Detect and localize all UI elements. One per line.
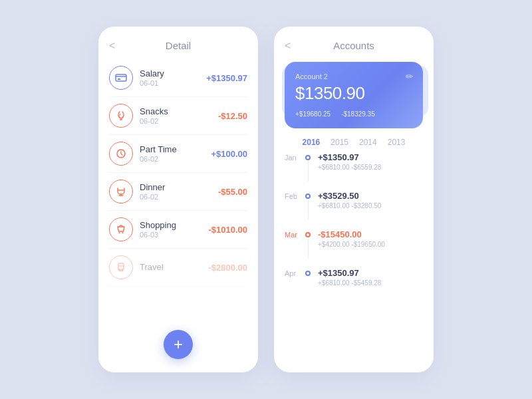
month-content: +$1350.97 +$6810.00 -$5459.28 [313, 268, 423, 287]
month-label: Jan [285, 152, 303, 162]
list-item[interactable]: Jan +$1350.97 +$6810.00 -$6559.28 [285, 152, 423, 182]
list-item[interactable]: Apr +$1350.97 +$6810.00 -$5459.28 [285, 268, 423, 287]
month-sub: +$6810.00 -$3280.50 [318, 202, 423, 209]
app-container: < Detail Salary 06-01 +$1350.97 [98, 27, 434, 372]
tx-date: 06-03 [140, 231, 208, 239]
tx-name: Dinner [140, 182, 218, 192]
timeline-line [308, 239, 309, 259]
timeline-dot [305, 194, 311, 199]
month-main-amount: +$1350.97 [318, 268, 423, 278]
svg-rect-0 [116, 74, 126, 81]
month-content: -$15450.00 +$4200.00 -$19650.00 [313, 229, 423, 248]
year-tab-2014[interactable]: 2014 [359, 138, 377, 147]
timeline-dot-red [305, 232, 311, 237]
year-tabs: 2016 2015 2014 2013 [274, 128, 434, 152]
svg-point-4 [119, 232, 120, 233]
transaction-timeline: Jan +$1350.97 +$6810.00 -$6559.28 Feb [274, 152, 434, 372]
table-row[interactable]: Dinner 06-02 -$55.00 [109, 173, 247, 211]
month-sub: +$6810.00 -$6559.28 [318, 164, 423, 171]
expense-amount: -$18329.35 [341, 110, 375, 118]
back-button[interactable]: < [109, 40, 115, 52]
list-item[interactable]: Feb +$3529.50 +$6810.00 -$3280.50 [285, 191, 423, 220]
table-row[interactable]: Snacks 06-02 -$12.50 [109, 97, 247, 135]
timeline-dot [305, 155, 311, 160]
tx-info: Snacks 06-02 [140, 106, 218, 125]
accounts-panel: < Accounts Account 2 $1350.90 ✏ +$19680.… [274, 27, 434, 372]
month-main-amount-red: -$15450.00 [318, 229, 423, 239]
timeline-dot-col [303, 152, 313, 182]
month-sub: +$4200.00 -$19650.00 [318, 241, 423, 248]
tx-date: 06-01 [140, 79, 206, 87]
fab-container: + [98, 321, 258, 372]
shopping-icon [109, 217, 133, 241]
account-card[interactable]: Account 2 $1350.90 ✏ +$19680.25 -$18329.… [285, 62, 423, 128]
month-main-amount: +$3529.50 [318, 191, 423, 201]
table-row[interactable]: Shopping 06-03 -$1010.00 [109, 211, 247, 249]
detail-title: Detail [166, 40, 191, 51]
tx-amount: -$1010.00 [208, 225, 247, 235]
tx-date: 06-02 [140, 155, 211, 163]
detail-panel: < Detail Salary 06-01 +$1350.97 [98, 27, 258, 372]
list-item[interactable]: Mar -$15450.00 +$4200.00 -$19650.00 [285, 229, 423, 259]
tx-name: Shopping [140, 220, 208, 230]
tx-info: Travel [140, 262, 208, 273]
month-label: Feb [285, 191, 303, 200]
timeline-dot-col [303, 268, 313, 276]
month-sub: +$6810.00 -$5459.28 [318, 279, 423, 287]
timeline-line [308, 200, 309, 220]
tx-name: Part Time [140, 144, 211, 154]
tx-info: Part Time 06-02 [140, 144, 211, 163]
accounts-back-button[interactable]: < [285, 40, 291, 52]
income-stat: +$19680.25 [295, 110, 331, 118]
timeline-dot-col [303, 229, 313, 259]
svg-point-5 [122, 232, 124, 233]
timeline-dot-col [303, 191, 313, 220]
timeline-line [308, 162, 309, 182]
snacks-icon [109, 104, 133, 128]
month-content: +$3529.50 +$6810.00 -$3280.50 [313, 191, 423, 209]
account-name: Account 2 [295, 72, 412, 80]
tx-amount: +$100.00 [211, 149, 247, 159]
table-row[interactable]: Travel -$2800.00 [109, 249, 247, 287]
detail-header: < Detail [98, 27, 258, 59]
tx-date: 06-02 [140, 193, 218, 201]
accounts-header: < Accounts [274, 27, 434, 59]
travel-icon [109, 255, 133, 279]
dinner-icon [109, 180, 133, 203]
add-transaction-button[interactable]: + [164, 330, 193, 359]
month-main-amount: +$1350.97 [318, 152, 423, 162]
transaction-list: Salary 06-01 +$1350.97 Snacks 06-02 -$1 [98, 59, 258, 321]
tx-amount: -$2800.00 [208, 263, 247, 273]
expense-stat: -$18329.35 [341, 110, 375, 118]
account-card-wrapper: Account 2 $1350.90 ✏ +$19680.25 -$18329.… [274, 59, 434, 128]
table-row[interactable]: Salary 06-01 +$1350.97 [109, 59, 247, 97]
tx-info: Dinner 06-02 [140, 182, 218, 201]
month-label-highlight: Mar [285, 229, 303, 239]
tx-info: Shopping 06-03 [140, 220, 208, 239]
tx-amount: +$1350.97 [206, 73, 247, 83]
salary-icon [109, 66, 133, 90]
timeline-dot [305, 271, 311, 276]
year-tab-2016[interactable]: 2016 [303, 138, 321, 147]
month-label: Apr [285, 268, 303, 277]
tx-amount: -$55.00 [218, 187, 247, 197]
account-stats: +$19680.25 -$18329.35 [295, 110, 412, 118]
accounts-title: Accounts [333, 40, 374, 51]
month-content: +$1350.97 +$6810.00 -$6559.28 [313, 152, 423, 171]
account-balance: $1350.90 [295, 83, 412, 104]
tx-date: 06-02 [140, 117, 218, 125]
tx-name: Travel [140, 262, 208, 272]
tx-name: Snacks [140, 106, 218, 116]
svg-rect-2 [118, 78, 120, 80]
table-row[interactable]: Part Time 06-02 +$100.00 [109, 135, 247, 173]
tx-info: Salary 06-01 [140, 68, 206, 87]
tx-name: Salary [140, 68, 206, 78]
clock-icon [109, 142, 133, 166]
tx-amount: -$12.50 [218, 111, 247, 121]
edit-icon[interactable]: ✏ [406, 71, 414, 82]
year-tab-2013[interactable]: 2013 [388, 138, 406, 147]
income-amount: +$19680.25 [295, 110, 331, 118]
year-tab-2015[interactable]: 2015 [331, 138, 348, 147]
svg-rect-6 [118, 263, 124, 270]
